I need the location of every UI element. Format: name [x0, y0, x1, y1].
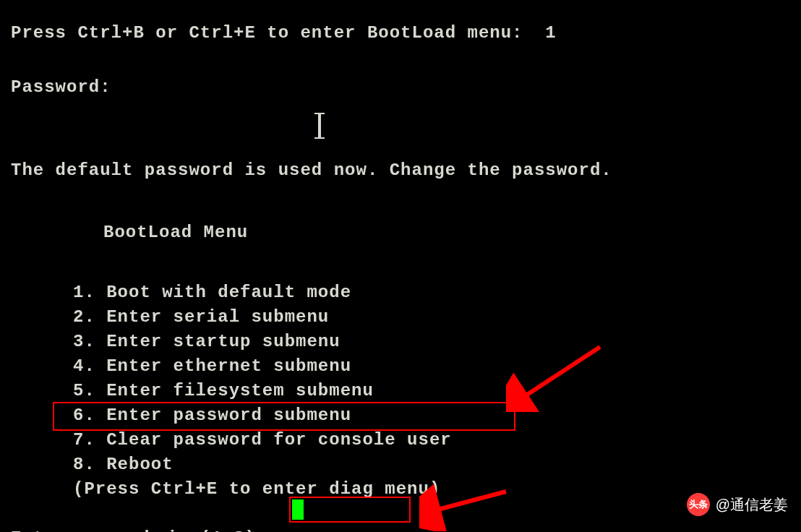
menu-hint: (Press Ctrl+E to enter diag menu) [11, 477, 801, 502]
menu-list: 1. Boot with default mode 2. Enter seria… [11, 280, 801, 502]
menu-item-boot-default[interactable]: 1. Boot with default mode [11, 280, 801, 305]
menu-item-serial-submenu[interactable]: 2. Enter serial submenu [11, 305, 801, 330]
bootload-hint: Press Ctrl+B or Ctrl+E to enter BootLoad… [11, 20, 801, 46]
watermark-text: @通信老姜 [716, 495, 788, 515]
menu-item-ethernet-submenu[interactable]: 4. Enter ethernet submenu [11, 354, 801, 379]
menu-item-startup-submenu[interactable]: 3. Enter startup submenu [11, 330, 801, 354]
password-prompt[interactable]: Password: [11, 74, 801, 100]
menu-item-clear-password[interactable]: 7. Clear password for console user [11, 428, 801, 452]
menu-item-filesystem-submenu[interactable]: 5. Enter filesystem submenu [11, 379, 801, 403]
watermark: 头条 @通信老姜 [687, 493, 788, 516]
watermark-badge-icon: 头条 [687, 493, 710, 516]
status-message: The default password is used now. Change… [11, 157, 801, 184]
menu-title: BootLoad Menu [11, 219, 801, 246]
password-input-area[interactable] [11, 112, 801, 141]
choice-prompt[interactable]: Enter your choice(1-8): [11, 525, 801, 532]
text-cursor-icon [318, 113, 321, 138]
menu-item-password-submenu[interactable]: 6. Enter password submenu [11, 403, 801, 428]
menu-item-reboot[interactable]: 8. Reboot [11, 452, 801, 477]
input-cursor-icon [292, 499, 304, 520]
